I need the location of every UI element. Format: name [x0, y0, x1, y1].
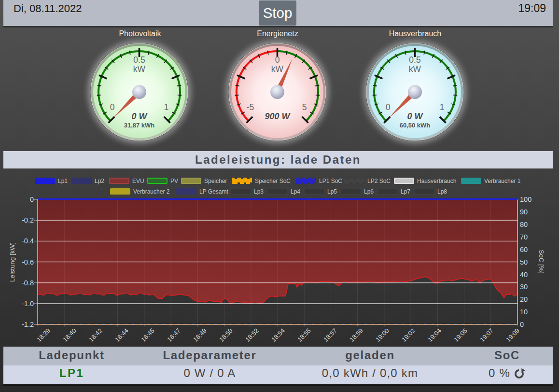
svg-text:19:05: 19:05 [452, 327, 469, 343]
svg-text:30: 30 [520, 283, 528, 291]
svg-text:Lp5: Lp5 [327, 188, 337, 195]
svg-text:60: 60 [520, 246, 528, 253]
svg-text:1: 1 [440, 102, 445, 112]
svg-text:0: 0 [110, 102, 115, 112]
svg-text:0.5: 0.5 [409, 55, 420, 65]
svg-text:Hausverbrauch: Hausverbrauch [417, 178, 456, 184]
svg-text:LP2 SoC: LP2 SoC [367, 178, 391, 184]
svg-text:-0.4: -0.4 [22, 237, 34, 245]
svg-text:40: 40 [520, 271, 528, 279]
svg-text:19:07: 19:07 [478, 327, 495, 343]
svg-text:18:59: 18:59 [348, 327, 364, 343]
svg-text:19:00: 19:00 [374, 327, 391, 343]
svg-text:10: 10 [520, 308, 528, 316]
svg-text:18:49: 18:49 [192, 327, 208, 343]
svg-text:50: 50 [520, 258, 528, 266]
svg-text:Lp2: Lp2 [95, 178, 104, 184]
svg-text:kW: kW [409, 64, 421, 74]
svg-text:Lp8: Lp8 [437, 188, 447, 195]
svg-text:1: 1 [164, 102, 169, 112]
svg-text:18:42: 18:42 [87, 327, 104, 343]
svg-text:18:57: 18:57 [322, 327, 338, 343]
svg-text:0 W: 0 W [131, 112, 148, 121]
svg-text:-0.2: -0.2 [22, 216, 34, 224]
svg-text:-5: -5 [247, 102, 254, 112]
svg-text:0: 0 [275, 55, 280, 65]
svg-text:80: 80 [520, 221, 528, 228]
svg-text:19:04: 19:04 [426, 327, 443, 343]
svg-text:Leistung [kW]: Leistung [kW] [9, 242, 16, 282]
svg-text:100: 100 [520, 196, 531, 203]
svg-text:20: 20 [520, 295, 528, 303]
svg-text:0: 0 [386, 102, 391, 112]
svg-text:SoC [%]: SoC [%] [538, 250, 545, 274]
svg-text:Lp4: Lp4 [291, 188, 300, 195]
svg-text:-0.6: -0.6 [22, 258, 34, 266]
svg-text:Verbraucher 2: Verbraucher 2 [133, 188, 170, 195]
svg-text:Lp6: Lp6 [364, 188, 374, 195]
svg-text:18:47: 18:47 [166, 327, 182, 343]
svg-text:0 W: 0 W [407, 112, 423, 121]
svg-text:18:40: 18:40 [61, 327, 78, 343]
svg-text:Speicher SoC: Speicher SoC [255, 178, 291, 184]
svg-text:Lp1: Lp1 [58, 178, 68, 184]
svg-text:90: 90 [520, 208, 528, 216]
svg-text:kW: kW [271, 64, 284, 74]
svg-text:900 W: 900 W [265, 112, 291, 121]
svg-text:70: 70 [520, 233, 528, 241]
svg-text:18:54: 18:54 [270, 327, 286, 343]
svg-text:Lp7: Lp7 [401, 188, 410, 195]
svg-text:Lp3: Lp3 [254, 188, 264, 195]
svg-text:-1.2: -1.2 [22, 321, 34, 328]
svg-text:18:52: 18:52 [244, 327, 260, 343]
svg-text:0.5: 0.5 [133, 55, 145, 65]
svg-text:5: 5 [302, 102, 307, 112]
svg-text:0: 0 [520, 321, 524, 328]
svg-text:Verbraucher 1: Verbraucher 1 [484, 178, 521, 184]
svg-text:EVU: EVU [132, 178, 144, 184]
svg-text:PV: PV [170, 178, 178, 184]
svg-text:LP1 SoC: LP1 SoC [319, 178, 342, 184]
svg-text:18:39: 18:39 [35, 327, 52, 343]
svg-text:18:55: 18:55 [296, 327, 312, 343]
svg-text:60,50 kWh: 60,50 kWh [400, 122, 431, 129]
svg-text:19:02: 19:02 [400, 327, 417, 343]
svg-text:18:45: 18:45 [140, 327, 156, 343]
svg-text:-0.8: -0.8 [22, 279, 34, 287]
svg-text:-1.0: -1.0 [22, 300, 34, 308]
svg-text:LP Gesamt: LP Gesamt [199, 188, 228, 195]
svg-text:31,87 kWh: 31,87 kWh [124, 122, 155, 129]
svg-text:0: 0 [30, 196, 34, 203]
svg-text:19:09: 19:09 [504, 327, 521, 343]
svg-text:18:50: 18:50 [218, 327, 234, 343]
svg-text:kW: kW [133, 64, 146, 74]
svg-text:Speicher: Speicher [204, 178, 227, 184]
svg-text:18:44: 18:44 [113, 327, 130, 343]
